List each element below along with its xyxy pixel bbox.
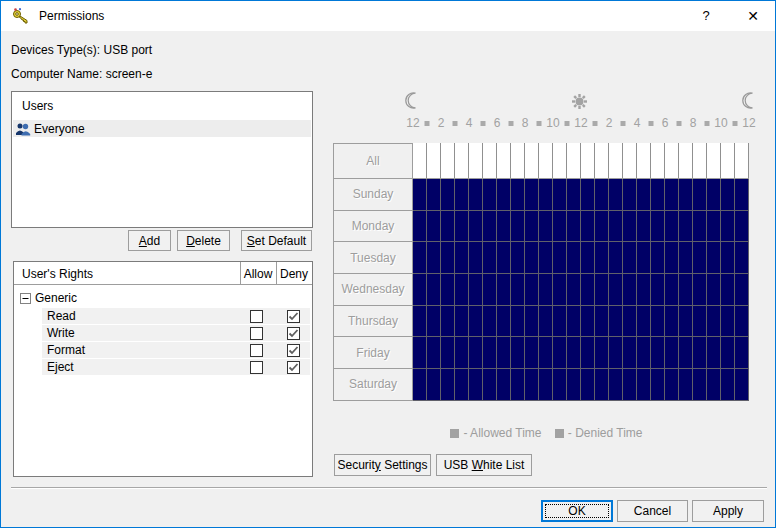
time-cell[interactable] bbox=[665, 337, 679, 368]
deny-checkbox-write[interactable] bbox=[287, 327, 300, 340]
time-cell[interactable] bbox=[623, 179, 637, 210]
time-cell[interactable] bbox=[581, 242, 595, 273]
time-cell[interactable] bbox=[567, 143, 581, 178]
time-cell[interactable] bbox=[413, 337, 427, 368]
time-cell[interactable] bbox=[609, 369, 623, 400]
schedule-row-label-sunday[interactable]: Sunday bbox=[333, 179, 413, 211]
time-cell[interactable] bbox=[637, 274, 651, 305]
time-cell[interactable] bbox=[441, 274, 455, 305]
cancel-button[interactable]: Cancel bbox=[617, 500, 688, 522]
time-cell[interactable] bbox=[567, 179, 581, 210]
time-cell[interactable] bbox=[553, 179, 567, 210]
time-cell[interactable] bbox=[567, 306, 581, 337]
time-cell[interactable] bbox=[595, 369, 609, 400]
time-cell[interactable] bbox=[469, 369, 483, 400]
time-cell[interactable] bbox=[427, 143, 441, 178]
time-cell[interactable] bbox=[581, 306, 595, 337]
time-cell[interactable] bbox=[595, 179, 609, 210]
schedule-row-label-wednesday[interactable]: Wednesday bbox=[333, 274, 413, 306]
time-cell[interactable] bbox=[567, 337, 581, 368]
time-cell[interactable] bbox=[707, 337, 721, 368]
time-cell[interactable] bbox=[511, 369, 525, 400]
time-cell[interactable] bbox=[693, 306, 707, 337]
time-cell[interactable] bbox=[735, 143, 749, 178]
time-cell[interactable] bbox=[721, 179, 735, 210]
time-cell[interactable] bbox=[637, 369, 651, 400]
time-cell[interactable] bbox=[553, 306, 567, 337]
time-cell[interactable] bbox=[567, 211, 581, 242]
time-cell[interactable] bbox=[525, 211, 539, 242]
time-cell[interactable] bbox=[665, 242, 679, 273]
time-cell[interactable] bbox=[721, 143, 735, 178]
time-cell[interactable] bbox=[707, 211, 721, 242]
time-cell[interactable] bbox=[511, 143, 525, 178]
time-cell[interactable] bbox=[651, 211, 665, 242]
time-cell[interactable] bbox=[651, 369, 665, 400]
time-cell[interactable] bbox=[735, 337, 749, 368]
schedule-row-label-all[interactable]: All bbox=[333, 143, 413, 179]
time-cell[interactable] bbox=[609, 306, 623, 337]
collapse-expander-icon[interactable] bbox=[20, 293, 31, 304]
time-cell[interactable] bbox=[427, 211, 441, 242]
time-cell[interactable] bbox=[441, 337, 455, 368]
time-cell[interactable] bbox=[623, 274, 637, 305]
schedule-row-label-tuesday[interactable]: Tuesday bbox=[333, 242, 413, 274]
time-cell[interactable] bbox=[721, 242, 735, 273]
time-cell[interactable] bbox=[707, 242, 721, 273]
time-cell[interactable] bbox=[539, 143, 553, 178]
time-cell[interactable] bbox=[693, 211, 707, 242]
time-cell[interactable] bbox=[511, 242, 525, 273]
time-cell[interactable] bbox=[721, 211, 735, 242]
apply-button[interactable]: Apply bbox=[692, 500, 764, 522]
all-row-cells[interactable] bbox=[413, 143, 749, 179]
time-cell[interactable] bbox=[413, 306, 427, 337]
time-cell[interactable] bbox=[581, 211, 595, 242]
time-cell[interactable] bbox=[623, 306, 637, 337]
day-cells-saturday[interactable] bbox=[413, 369, 749, 401]
allow-checkbox-read[interactable] bbox=[250, 310, 263, 323]
time-cell[interactable] bbox=[413, 211, 427, 242]
time-cell[interactable] bbox=[455, 242, 469, 273]
time-cell[interactable] bbox=[497, 274, 511, 305]
time-cell[interactable] bbox=[525, 179, 539, 210]
schedule-row-label-thursday[interactable]: Thursday bbox=[333, 306, 413, 338]
time-cell[interactable] bbox=[609, 242, 623, 273]
time-cell[interactable] bbox=[525, 143, 539, 178]
ok-button[interactable]: OK bbox=[541, 500, 613, 522]
time-cell[interactable] bbox=[693, 179, 707, 210]
time-cell[interactable] bbox=[679, 306, 693, 337]
time-cell[interactable] bbox=[427, 179, 441, 210]
time-cell[interactable] bbox=[539, 242, 553, 273]
time-cell[interactable] bbox=[609, 337, 623, 368]
time-cell[interactable] bbox=[679, 211, 693, 242]
time-cell[interactable] bbox=[665, 369, 679, 400]
time-cell[interactable] bbox=[455, 179, 469, 210]
schedule-row-label-saturday[interactable]: Saturday bbox=[333, 369, 413, 401]
time-cell[interactable] bbox=[721, 337, 735, 368]
time-cell[interactable] bbox=[693, 143, 707, 178]
time-cell[interactable] bbox=[469, 306, 483, 337]
help-button[interactable]: ? bbox=[690, 1, 722, 31]
day-cells-thursday[interactable] bbox=[413, 306, 749, 338]
time-cell[interactable] bbox=[651, 179, 665, 210]
time-cell[interactable] bbox=[497, 369, 511, 400]
time-cell[interactable] bbox=[441, 179, 455, 210]
time-cell[interactable] bbox=[539, 369, 553, 400]
users-list[interactable]: Users Everyone bbox=[11, 91, 313, 228]
time-cell[interactable] bbox=[441, 369, 455, 400]
time-cell[interactable] bbox=[427, 306, 441, 337]
time-cell[interactable] bbox=[595, 274, 609, 305]
time-cell[interactable] bbox=[651, 274, 665, 305]
time-cell[interactable] bbox=[455, 337, 469, 368]
time-cell[interactable] bbox=[469, 179, 483, 210]
time-cell[interactable] bbox=[441, 211, 455, 242]
time-cell[interactable] bbox=[637, 306, 651, 337]
time-cell[interactable] bbox=[441, 242, 455, 273]
time-cell[interactable] bbox=[735, 306, 749, 337]
time-cell[interactable] bbox=[693, 369, 707, 400]
time-cell[interactable] bbox=[511, 306, 525, 337]
time-cell[interactable] bbox=[693, 274, 707, 305]
time-cell[interactable] bbox=[469, 274, 483, 305]
deny-checkbox-read[interactable] bbox=[287, 310, 300, 323]
time-cell[interactable] bbox=[721, 369, 735, 400]
